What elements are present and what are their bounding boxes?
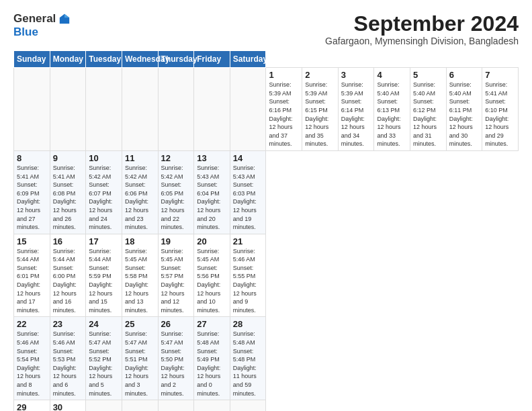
logo-icon <box>58 13 71 25</box>
table-row: 15Sunrise: 5:44 AMSunset: 6:01 PMDayligh… <box>14 234 50 317</box>
day-number: 23 <box>53 319 83 329</box>
table-row: 9Sunrise: 5:41 AMSunset: 6:08 PMDaylight… <box>50 150 86 234</box>
day-number: 11 <box>125 153 155 163</box>
table-row <box>194 400 230 411</box>
day-number: 25 <box>125 319 155 329</box>
day-number: 26 <box>161 319 191 329</box>
calendar-table: Sunday Monday Tuesday Wednesday Thursday… <box>13 50 519 411</box>
calendar-row: 22Sunrise: 5:46 AMSunset: 5:54 PMDayligh… <box>14 317 519 400</box>
table-row <box>122 68 158 151</box>
day-info: Sunrise: 5:45 AMSunset: 5:57 PMDaylight:… <box>161 247 191 315</box>
day-info: Sunrise: 5:39 AMSunset: 6:15 PMDaylight:… <box>305 81 335 148</box>
calendar-header-row: Sunday Monday Tuesday Wednesday Thursday… <box>14 51 519 68</box>
table-row <box>122 400 158 411</box>
table-row <box>86 68 122 151</box>
table-row: 28Sunrise: 5:48 AMSunset: 5:48 PMDayligh… <box>230 317 266 400</box>
table-row: 3Sunrise: 5:39 AMSunset: 6:14 PMDaylight… <box>338 68 374 151</box>
day-number: 15 <box>17 236 47 246</box>
logo: General Blue <box>13 12 71 39</box>
day-info: Sunrise: 5:46 AMSunset: 5:53 PMDaylight:… <box>53 330 83 398</box>
table-row: 19Sunrise: 5:45 AMSunset: 5:57 PMDayligh… <box>158 234 194 317</box>
col-saturday: Saturday <box>230 51 266 68</box>
location-title: Gafargaon, Mymensingh Division, Banglade… <box>325 36 519 46</box>
day-number: 29 <box>17 402 47 411</box>
day-info: Sunrise: 5:47 AMSunset: 5:52 PMDaylight:… <box>89 330 119 398</box>
calendar-row: 29Sunrise: 5:49 AMSunset: 5:47 PMDayligh… <box>14 400 519 411</box>
table-row: 6Sunrise: 5:40 AMSunset: 6:11 PMDaylight… <box>446 68 482 151</box>
logo-general-text: General <box>13 12 56 26</box>
day-number: 18 <box>125 236 155 246</box>
table-row <box>230 68 266 151</box>
table-row <box>86 400 122 411</box>
day-info: Sunrise: 5:46 AMSunset: 5:55 PMDaylight:… <box>233 247 263 315</box>
day-info: Sunrise: 5:40 AMSunset: 6:11 PMDaylight:… <box>449 81 480 148</box>
day-info: Sunrise: 5:48 AMSunset: 5:48 PMDaylight:… <box>233 330 263 398</box>
day-info: Sunrise: 5:47 AMSunset: 5:50 PMDaylight:… <box>161 330 191 398</box>
day-number: 16 <box>53 236 83 246</box>
table-row: 17Sunrise: 5:44 AMSunset: 5:59 PMDayligh… <box>86 234 122 317</box>
table-row: 14Sunrise: 5:43 AMSunset: 6:03 PMDayligh… <box>230 150 266 234</box>
table-row: 13Sunrise: 5:43 AMSunset: 6:04 PMDayligh… <box>194 150 230 234</box>
table-row: 16Sunrise: 5:44 AMSunset: 6:00 PMDayligh… <box>50 234 86 317</box>
table-row: 20Sunrise: 5:45 AMSunset: 5:56 PMDayligh… <box>194 234 230 317</box>
table-row: 21Sunrise: 5:46 AMSunset: 5:55 PMDayligh… <box>230 234 266 317</box>
day-info: Sunrise: 5:41 AMSunset: 6:08 PMDaylight:… <box>53 164 83 232</box>
day-info: Sunrise: 5:42 AMSunset: 6:06 PMDaylight:… <box>125 164 155 232</box>
day-number: 6 <box>449 70 480 80</box>
table-row <box>158 400 194 411</box>
day-number: 22 <box>17 319 47 329</box>
day-info: Sunrise: 5:45 AMSunset: 5:58 PMDaylight:… <box>125 247 155 315</box>
day-number: 13 <box>197 153 227 163</box>
day-info: Sunrise: 5:44 AMSunset: 6:00 PMDaylight:… <box>53 247 83 315</box>
table-row <box>158 68 194 151</box>
day-info: Sunrise: 5:44 AMSunset: 6:01 PMDaylight:… <box>17 247 47 315</box>
table-row <box>194 68 230 151</box>
day-number: 20 <box>197 236 227 246</box>
table-row <box>50 68 86 151</box>
day-info: Sunrise: 5:41 AMSunset: 6:09 PMDaylight:… <box>17 164 47 232</box>
day-number: 28 <box>233 319 263 329</box>
table-row: 24Sunrise: 5:47 AMSunset: 5:52 PMDayligh… <box>86 317 122 400</box>
calendar-row: 1Sunrise: 5:39 AMSunset: 6:16 PMDaylight… <box>14 68 519 151</box>
day-info: Sunrise: 5:40 AMSunset: 6:12 PMDaylight:… <box>413 81 443 148</box>
logo-blue-text: Blue <box>13 26 38 39</box>
col-wednesday: Wednesday <box>122 51 158 68</box>
table-row: 27Sunrise: 5:48 AMSunset: 5:49 PMDayligh… <box>194 317 230 400</box>
table-row: 23Sunrise: 5:46 AMSunset: 5:53 PMDayligh… <box>50 317 86 400</box>
day-number: 12 <box>161 153 191 163</box>
day-number: 1 <box>269 70 299 80</box>
day-number: 9 <box>53 153 83 163</box>
calendar-row: 8Sunrise: 5:41 AMSunset: 6:09 PMDaylight… <box>14 150 519 234</box>
day-number: 21 <box>233 236 263 246</box>
day-info: Sunrise: 5:46 AMSunset: 5:54 PMDaylight:… <box>17 330 47 398</box>
table-row: 10Sunrise: 5:42 AMSunset: 6:07 PMDayligh… <box>86 150 122 234</box>
table-row <box>14 68 50 151</box>
day-info: Sunrise: 5:41 AMSunset: 6:10 PMDaylight:… <box>485 81 515 148</box>
calendar-page: General Blue September 2024 Gafargaon, M… <box>0 0 532 411</box>
table-row: 2Sunrise: 5:39 AMSunset: 6:15 PMDaylight… <box>302 68 339 151</box>
col-friday: Friday <box>194 51 230 68</box>
day-info: Sunrise: 5:42 AMSunset: 6:07 PMDaylight:… <box>89 164 119 232</box>
day-number: 8 <box>17 153 47 163</box>
day-info: Sunrise: 5:48 AMSunset: 5:49 PMDaylight:… <box>197 330 227 398</box>
month-title: September 2024 <box>325 12 519 36</box>
day-info: Sunrise: 5:40 AMSunset: 6:13 PMDaylight:… <box>377 81 407 148</box>
col-monday: Monday <box>50 51 86 68</box>
day-number: 4 <box>377 70 407 80</box>
col-tuesday: Tuesday <box>86 51 122 68</box>
table-row: 4Sunrise: 5:40 AMSunset: 6:13 PMDaylight… <box>374 68 410 151</box>
day-number: 5 <box>413 70 443 80</box>
table-row: 30Sunrise: 5:49 AMSunset: 5:46 PMDayligh… <box>50 400 86 411</box>
day-info: Sunrise: 5:47 AMSunset: 5:51 PMDaylight:… <box>125 330 155 398</box>
col-thursday: Thursday <box>158 51 194 68</box>
day-number: 3 <box>341 70 371 80</box>
day-number: 17 <box>89 236 119 246</box>
day-info: Sunrise: 5:39 AMSunset: 6:16 PMDaylight:… <box>269 81 299 148</box>
day-number: 27 <box>197 319 227 329</box>
table-row: 18Sunrise: 5:45 AMSunset: 5:58 PMDayligh… <box>122 234 158 317</box>
day-number: 10 <box>89 153 119 163</box>
day-number: 14 <box>233 153 263 163</box>
day-info: Sunrise: 5:45 AMSunset: 5:56 PMDaylight:… <box>197 247 227 315</box>
day-info: Sunrise: 5:44 AMSunset: 5:59 PMDaylight:… <box>89 247 119 315</box>
table-row: 29Sunrise: 5:49 AMSunset: 5:47 PMDayligh… <box>14 400 50 411</box>
